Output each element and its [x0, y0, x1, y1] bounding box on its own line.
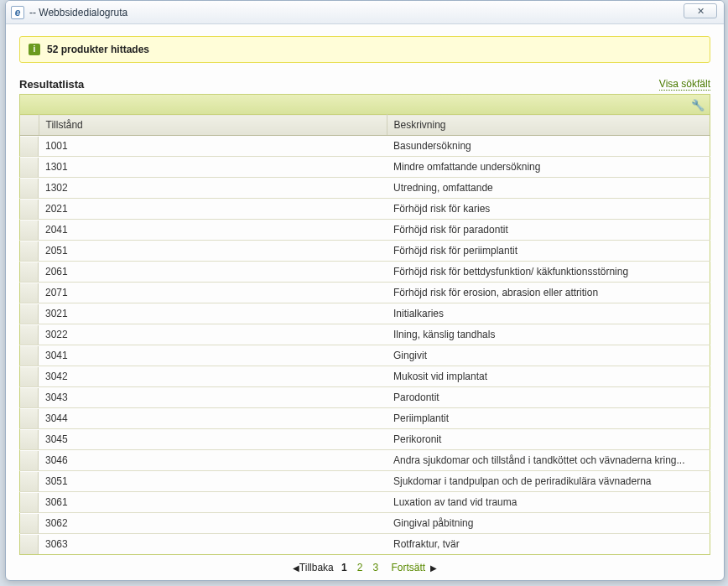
table-row[interactable]: 3046Andra sjukdomar och tillstånd i tand…	[20, 450, 710, 471]
cell-code: 1302	[39, 178, 387, 199]
row-handle[interactable]	[20, 535, 39, 554]
pager-page[interactable]: 3	[372, 562, 378, 573]
table-row[interactable]: 3063Rotfraktur, tvär	[20, 534, 710, 555]
table-row[interactable]: 2071Förhöjd risk för erosion, abrasion e…	[20, 283, 710, 303]
row-handle[interactable]	[20, 409, 39, 428]
table-row[interactable]: 1301Mindre omfattande undersökning	[20, 157, 710, 178]
result-table: Tillstånd Beskrivning 1001Basundersöknin…	[19, 114, 710, 555]
chevron-right-icon: ▶	[430, 563, 437, 573]
dialog-window: e -- Webbsidedialogruta ✕ i 52 produkter…	[5, 0, 725, 581]
cell-desc: Förhöjd risk för paradontit	[387, 220, 710, 241]
close-icon: ✕	[697, 6, 705, 17]
cell-code: 3041	[39, 345, 387, 366]
list-toolbar: 🔧	[19, 94, 710, 114]
row-handle[interactable]	[20, 493, 39, 512]
cell-code: 3061	[39, 492, 387, 513]
table-row[interactable]: 3051Sjukdomar i tandpulpan och de perira…	[20, 471, 710, 492]
cell-code: 3044	[39, 408, 387, 429]
table-row[interactable]: 3041Gingivit	[20, 345, 710, 366]
cell-code: 1001	[39, 136, 387, 157]
row-handle[interactable]	[20, 304, 39, 324]
cell-desc: Sjukdomar i tandpulpan och de periradiku…	[387, 471, 710, 492]
cell-code: 2051	[39, 241, 387, 262]
row-handle[interactable]	[20, 283, 39, 303]
table-row[interactable]: 3022Ilning, känslig tandhals	[20, 324, 710, 345]
cell-desc: Periimplantit	[387, 408, 710, 429]
cell-desc: Mindre omfattande undersökning	[387, 157, 710, 178]
row-handle[interactable]	[20, 388, 39, 407]
table-row[interactable]: 3021Initialkaries	[20, 303, 710, 324]
cell-code: 3051	[39, 471, 387, 492]
row-handle[interactable]	[20, 325, 39, 345]
cell-desc: Luxation av tand vid trauma	[387, 492, 710, 513]
cell-desc: Gingival påbitning	[387, 513, 710, 534]
row-handle[interactable]	[20, 137, 39, 156]
row-handle[interactable]	[20, 241, 39, 261]
cell-code: 3022	[39, 324, 387, 345]
table-row[interactable]: 3045Perikoronit	[20, 429, 710, 450]
cell-code: 3046	[39, 450, 387, 471]
pager-back[interactable]: Tillbaka	[299, 562, 334, 573]
cell-desc: Mukosit vid implantat	[387, 366, 710, 387]
table-header-row: Tillstånd Beskrivning	[20, 115, 710, 136]
table-row[interactable]: 3042Mukosit vid implantat	[20, 366, 710, 387]
pager-forward[interactable]: Fortsätt	[391, 562, 425, 573]
cell-code: 1301	[39, 157, 387, 178]
table-row[interactable]: 2051Förhöjd risk för periimplantit	[20, 241, 710, 262]
info-icon: i	[29, 44, 40, 55]
table-row[interactable]: 1001Basundersökning	[20, 136, 710, 157]
table-row[interactable]: 2041Förhöjd risk för paradontit	[20, 220, 710, 241]
cell-code: 2021	[39, 199, 387, 220]
row-handle[interactable]	[20, 200, 39, 219]
table-row[interactable]: 3044Periimplantit	[20, 408, 710, 429]
banner-message: 52 produkter hittades	[47, 44, 149, 55]
ie-favicon: e	[11, 6, 24, 19]
cell-code: 3045	[39, 429, 387, 450]
cell-desc: Förhöjd risk för karies	[387, 199, 710, 220]
table-row[interactable]: 2061Förhöjd risk för bettdysfunktion/ kä…	[20, 262, 710, 283]
cell-code: 2041	[39, 220, 387, 241]
pager-page-current[interactable]: 1	[341, 562, 347, 573]
cell-code: 2061	[39, 262, 387, 283]
table-row[interactable]: 1302Utredning, omfattande	[20, 178, 710, 199]
row-selector-header	[20, 115, 39, 136]
cell-desc: Förhöjd risk för erosion, abrasion eller…	[387, 283, 710, 303]
table-row[interactable]: 3062Gingival påbitning	[20, 513, 710, 534]
result-banner: i 52 produkter hittades	[19, 36, 710, 63]
table-row[interactable]: 3043Parodontit	[20, 387, 710, 408]
list-title: Resultatlista	[19, 78, 84, 91]
cell-code: 2071	[39, 283, 387, 303]
cell-desc: Perikoronit	[387, 429, 710, 450]
row-handle[interactable]	[20, 430, 39, 449]
titlebar: e -- Webbsidedialogruta ✕	[6, 1, 724, 24]
row-handle[interactable]	[20, 220, 39, 240]
pager-page[interactable]: 2	[357, 562, 363, 573]
row-handle[interactable]	[20, 514, 39, 533]
row-handle[interactable]	[20, 367, 39, 386]
column-header-desc[interactable]: Beskrivning	[387, 115, 710, 136]
table-row[interactable]: 3061Luxation av tand vid trauma	[20, 492, 710, 513]
row-handle[interactable]	[20, 472, 39, 491]
cell-desc: Förhöjd risk för bettdysfunktion/ käkfun…	[387, 262, 710, 283]
table-row[interactable]: 2021Förhöjd risk för karies	[20, 199, 710, 220]
cell-code: 3062	[39, 513, 387, 534]
row-handle[interactable]	[20, 158, 39, 177]
cell-desc: Utredning, omfattande	[387, 178, 710, 199]
row-handle[interactable]	[20, 451, 39, 470]
window-title: -- Webbsidedialogruta	[29, 7, 127, 18]
row-handle[interactable]	[20, 179, 39, 198]
cell-desc: Ilning, känslig tandhals	[387, 324, 710, 345]
list-header-row: Resultatlista Visa sökfält	[19, 78, 710, 91]
cell-desc: Andra sjukdomar och tillstånd i tandkött…	[387, 450, 710, 471]
cell-desc: Initialkaries	[387, 303, 710, 324]
cell-desc: Basundersökning	[387, 136, 710, 157]
cell-desc: Gingivit	[387, 345, 710, 366]
row-handle[interactable]	[20, 346, 39, 366]
cell-desc: Rotfraktur, tvär	[387, 534, 710, 555]
row-handle[interactable]	[20, 262, 39, 282]
wrench-icon[interactable]: 🔧	[691, 98, 705, 111]
column-header-code[interactable]: Tillstånd	[39, 115, 387, 136]
cell-desc: Parodontit	[387, 387, 710, 408]
close-button[interactable]: ✕	[684, 3, 717, 18]
show-search-link[interactable]: Visa sökfält	[659, 78, 710, 91]
